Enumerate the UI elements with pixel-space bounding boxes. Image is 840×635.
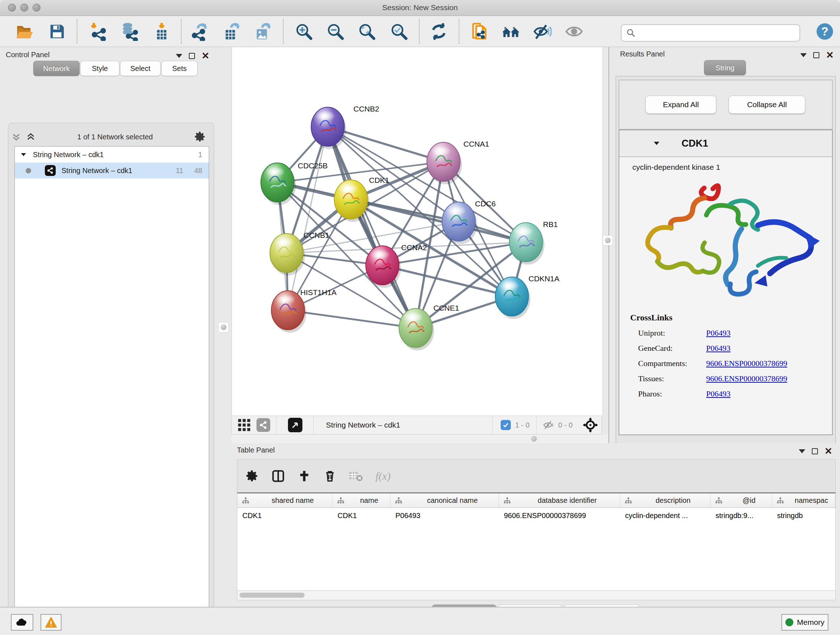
panel-float-icon[interactable]	[812, 448, 818, 454]
warnings-button[interactable]	[41, 614, 62, 631]
refresh-icon[interactable]	[429, 21, 449, 42]
table-row[interactable]: CDK1CDK1P064939606.ENSP00000378699cyclin…	[237, 508, 835, 523]
table-cell[interactable]: CDK1	[237, 508, 332, 523]
function-builder-icon[interactable]: f(x)	[376, 470, 391, 482]
hidden-eye-icon[interactable]	[542, 419, 554, 431]
column-header--id[interactable]: @id	[711, 494, 772, 508]
birdseye-view-icon[interactable]	[288, 418, 302, 432]
network-node-CCNB1[interactable]	[270, 233, 305, 276]
collection-expand-icon[interactable]	[20, 151, 27, 158]
help-icon[interactable]: ?	[815, 21, 835, 42]
network-edge[interactable]	[288, 310, 416, 328]
crosslink-link[interactable]: 9606.ENSP00000378699	[706, 359, 787, 368]
crosslink-link[interactable]: P06493	[706, 344, 730, 353]
expand-all-icon[interactable]	[25, 132, 36, 142]
memory-button[interactable]: Memory	[782, 614, 829, 631]
collapse-all-icon[interactable]	[11, 132, 22, 142]
network-node-RB1[interactable]	[509, 223, 545, 264]
network-node-CDC25B[interactable]	[261, 163, 296, 205]
network-node-CDK1[interactable]	[334, 180, 369, 222]
column-header-database-identifier[interactable]: database identifier	[499, 494, 620, 508]
add-column-icon[interactable]	[297, 469, 311, 483]
delete-column-icon[interactable]	[324, 469, 336, 483]
panel-close-icon[interactable]: ✕	[202, 53, 210, 59]
export-table-icon[interactable]	[222, 21, 242, 42]
column-header-canonical-name[interactable]: canonical name	[390, 494, 499, 508]
panel-menu-icon[interactable]	[799, 449, 805, 453]
table-hscrollbar-thumb[interactable]	[240, 593, 305, 598]
zoom-out-icon[interactable]	[325, 21, 346, 42]
network-canvas[interactable]: CCNB2CCNA1CDC25BCDK1CDC6RB1CCNB1CCNA2CDK…	[232, 47, 602, 416]
grid-view-icon[interactable]	[237, 418, 251, 432]
fit-content-icon[interactable]	[583, 417, 598, 432]
search-input[interactable]	[636, 29, 791, 37]
tab-style[interactable]: Style	[80, 61, 119, 76]
network-share-icon[interactable]	[256, 418, 270, 432]
column-header-description[interactable]: description	[620, 494, 711, 508]
network-edge[interactable]	[351, 200, 526, 242]
network-row-selected[interactable]: String Network – cdk1 11 48	[15, 163, 209, 179]
import-network-icon[interactable]	[88, 21, 108, 42]
network-node-CCNB2[interactable]	[311, 107, 346, 149]
column-header-name[interactable]: name	[332, 494, 390, 508]
tab-string[interactable]: String	[704, 60, 746, 75]
tab-sets[interactable]: Sets	[161, 61, 197, 76]
gene-header-row[interactable]: CDK1	[619, 130, 832, 157]
panel-menu-icon[interactable]	[800, 53, 807, 57]
zoom-selected-icon[interactable]	[389, 21, 409, 42]
import-database-icon[interactable]	[119, 21, 139, 42]
protein-structure-image	[619, 174, 832, 311]
open-session-icon[interactable]	[14, 21, 35, 42]
left-splitter-handle[interactable]	[218, 322, 229, 333]
delete-table-icon[interactable]	[349, 470, 363, 482]
column-header-shared-name[interactable]: shared name	[237, 494, 332, 508]
network-node-CDKN1A[interactable]	[495, 277, 531, 319]
export-image-icon[interactable]	[253, 21, 273, 42]
show-eye-icon[interactable]	[564, 21, 584, 42]
panel-close-icon[interactable]: ✕	[826, 52, 834, 58]
right-splitter-handle[interactable]	[603, 235, 613, 245]
network-node-CCNE1[interactable]	[399, 309, 434, 350]
node-label-CCNB1: CCNB1	[303, 231, 329, 239]
table-cell[interactable]: cyclin-dependent ...	[620, 508, 711, 523]
panel-menu-icon[interactable]	[176, 54, 182, 58]
column-header-namespac[interactable]: namespac	[772, 494, 835, 508]
crosslink-link[interactable]: P06493	[706, 328, 730, 338]
table-hscrollbar[interactable]	[237, 591, 836, 600]
show-columns-icon[interactable]	[271, 469, 285, 483]
import-table-icon[interactable]	[152, 21, 172, 42]
crosslink-link[interactable]: 9606.ENSP00000378699	[706, 374, 787, 383]
string-home-icon[interactable]	[501, 21, 521, 42]
tab-network[interactable]: Network	[33, 61, 80, 76]
table-cell[interactable]: P06493	[390, 508, 499, 523]
table-cell[interactable]: 9606.ENSP00000378699	[499, 508, 620, 523]
table-cell[interactable]: stringdb	[772, 508, 835, 523]
zoom-fit-icon[interactable]	[357, 21, 377, 42]
collapse-all-button[interactable]: Collapse All	[729, 96, 805, 114]
table-cell[interactable]: stringdb:9...	[711, 508, 772, 523]
export-network-icon[interactable]	[190, 21, 210, 42]
network-collection-row[interactable]: String Network – cdk1 1	[15, 147, 209, 163]
hide-eye-icon[interactable]	[532, 21, 553, 42]
search-field[interactable]	[621, 24, 800, 42]
panel-close-icon[interactable]: ✕	[824, 448, 832, 454]
table-gear-icon[interactable]	[245, 469, 259, 483]
table-cell[interactable]: CDK1	[332, 508, 390, 523]
save-session-icon[interactable]	[47, 21, 67, 42]
tab-select[interactable]: Select	[120, 61, 161, 76]
network-node-CCNA1[interactable]	[427, 142, 462, 184]
network-edge[interactable]	[328, 127, 416, 328]
crosslink-link[interactable]: P06493	[706, 389, 730, 399]
gene-collapse-icon[interactable]	[653, 139, 660, 147]
gear-icon[interactable]	[194, 131, 206, 143]
clone-network-icon[interactable]	[469, 21, 489, 42]
splitter-dot	[531, 436, 537, 442]
zoom-in-icon[interactable]	[294, 21, 314, 42]
cloud-button[interactable]	[11, 614, 33, 631]
expand-all-button[interactable]: Expand All	[645, 96, 716, 114]
selected-checkbox-icon[interactable]	[501, 420, 511, 430]
network-node-HIST1H1A[interactable]	[271, 291, 306, 333]
control-panel-tabs: Network Style Select Sets	[33, 61, 197, 76]
panel-float-icon[interactable]	[813, 52, 819, 58]
panel-float-icon[interactable]	[189, 53, 195, 59]
